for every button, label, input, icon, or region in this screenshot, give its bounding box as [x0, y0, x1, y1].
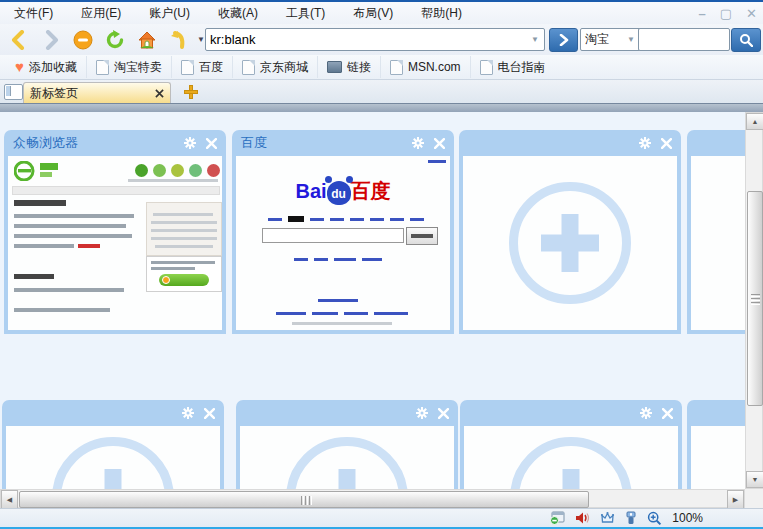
menu-tools[interactable]: 工具(T): [272, 2, 339, 25]
stop-icon: [73, 30, 93, 50]
tab-bar: 新标签页: [0, 80, 763, 103]
dial-card-zhongchang[interactable]: 众畅浏览器: [4, 130, 226, 334]
bookmark-label: 百度: [199, 59, 223, 76]
menu-help[interactable]: 帮助(H): [407, 2, 476, 25]
thumb-link: [410, 218, 424, 221]
refresh-button[interactable]: [102, 27, 128, 52]
dial-card-empty[interactable]: [460, 400, 682, 489]
dial-card-empty-partial[interactable]: [687, 400, 745, 489]
gear-icon[interactable]: [182, 407, 194, 419]
home-icon: [137, 30, 157, 50]
gear-icon[interactable]: [639, 137, 651, 149]
scrollbar-corner: [745, 489, 763, 508]
address-dropdown-arrow[interactable]: ▼: [526, 35, 544, 44]
dial-card-title: 百度: [241, 134, 402, 152]
scroll-right-button[interactable]: ▶: [727, 490, 744, 509]
bookmark-jd[interactable]: 京东商城: [233, 56, 318, 78]
status-bar: 100%: [0, 508, 763, 527]
horizontal-scroll-thumb[interactable]: [19, 491, 589, 508]
menu-file[interactable]: 文件(F): [0, 2, 67, 25]
page-icon: [242, 60, 255, 75]
close-icon[interactable]: [206, 138, 217, 149]
baidu-search-box: [262, 228, 404, 243]
dial-thumbnail-zhongchang[interactable]: [8, 156, 222, 330]
close-button[interactable]: ✕: [746, 6, 757, 21]
menu-favorites[interactable]: 收藏(A): [204, 2, 272, 25]
scroll-up-button[interactable]: ▲: [746, 113, 763, 130]
maximize-button[interactable]: ▢: [720, 6, 732, 21]
search-engine-select[interactable]: 淘宝 ▼: [580, 28, 645, 51]
bookmark-label: 电台指南: [498, 59, 546, 76]
forward-button[interactable]: [38, 27, 64, 52]
dial-card-empty[interactable]: [459, 130, 681, 334]
panel-toggle-icon[interactable]: [4, 84, 23, 100]
add-dial-area[interactable]: [463, 156, 677, 330]
bookmark-radio-guide[interactable]: 电台指南: [471, 56, 555, 78]
undo-icon: [169, 30, 189, 50]
tab-new-tab-page[interactable]: 新标签页: [23, 82, 171, 103]
bookmark-label: 京东商城: [260, 59, 308, 76]
add-dial-area[interactable]: [464, 426, 678, 489]
dial-card-empty-partial[interactable]: [687, 130, 745, 334]
add-dial-area[interactable]: [6, 426, 220, 489]
minimize-button[interactable]: –: [699, 6, 706, 21]
thumb-link: [374, 312, 408, 315]
scroll-left-button[interactable]: ◀: [1, 490, 18, 509]
search-input[interactable]: [639, 29, 729, 48]
bookmark-links-folder[interactable]: 链接: [318, 56, 381, 78]
undo-button[interactable]: [166, 27, 192, 52]
crown-icon[interactable]: [600, 511, 615, 525]
bookmark-baidu[interactable]: 百度: [172, 56, 233, 78]
bookmarks-bar: ♥ 添加收藏 淘宝特卖 百度 京东商城 链接 MSN.com 电台指南: [0, 55, 763, 80]
window-controls: – ▢ ✕: [699, 6, 757, 21]
zc-badge-icon: [189, 164, 202, 177]
refresh-icon: [105, 30, 125, 50]
home-button[interactable]: [134, 27, 160, 52]
bookmark-add-favorite[interactable]: ♥ 添加收藏: [6, 56, 87, 78]
forward-icon: [41, 30, 61, 50]
bookmark-msn[interactable]: MSN.com: [381, 56, 471, 78]
gear-icon[interactable]: [412, 137, 424, 149]
gear-icon[interactable]: [184, 137, 196, 149]
thumb-line: [14, 214, 134, 218]
vertical-scroll-thumb[interactable]: [747, 191, 763, 406]
add-dial-area[interactable]: [691, 156, 745, 330]
dial-card-header: [459, 130, 681, 156]
add-dial-area[interactable]: [691, 426, 745, 489]
baidu-search-button: [406, 227, 438, 245]
bookmark-taobao-sale[interactable]: 淘宝特卖: [87, 56, 172, 78]
menu-layout[interactable]: 布局(V): [339, 2, 407, 25]
scroll-down-button[interactable]: ▼: [746, 471, 763, 488]
zoom-in-icon[interactable]: [647, 511, 662, 526]
close-icon[interactable]: [661, 138, 672, 149]
menu-apps[interactable]: 应用(E): [67, 2, 135, 25]
menu-account[interactable]: 账户(U): [135, 2, 204, 25]
back-button[interactable]: [6, 27, 32, 52]
dial-card-empty[interactable]: [236, 400, 458, 489]
close-icon[interactable]: [434, 138, 445, 149]
speaker-icon[interactable]: [575, 511, 590, 525]
close-icon[interactable]: [438, 408, 449, 419]
add-dial-area[interactable]: [240, 426, 454, 489]
dial-card-baidu[interactable]: 百度 Baidu百度: [232, 130, 454, 334]
speed-dial-page: 众畅浏览器: [0, 112, 745, 489]
torch-icon[interactable]: [625, 511, 637, 525]
vertical-scrollbar[interactable]: ▲ ▼: [745, 112, 763, 489]
zoom-level[interactable]: 100%: [672, 511, 703, 525]
go-button[interactable]: [549, 28, 578, 52]
zc-badge-icon: [153, 164, 166, 177]
thumb-link: [350, 218, 364, 221]
close-icon[interactable]: [662, 408, 673, 419]
close-icon[interactable]: [204, 408, 215, 419]
stop-button[interactable]: [70, 27, 96, 52]
dial-thumbnail-baidu[interactable]: Baidu百度: [236, 156, 450, 330]
popup-blocker-icon[interactable]: [550, 511, 565, 525]
horizontal-scrollbar[interactable]: ◀ ▶: [0, 489, 745, 508]
address-input[interactable]: [206, 32, 526, 47]
search-button[interactable]: [731, 28, 761, 52]
gear-icon[interactable]: [416, 407, 428, 419]
gear-icon[interactable]: [640, 407, 652, 419]
dial-card-empty[interactable]: [2, 400, 224, 489]
new-tab-button[interactable]: [184, 85, 198, 99]
tab-close-icon[interactable]: [155, 89, 164, 98]
